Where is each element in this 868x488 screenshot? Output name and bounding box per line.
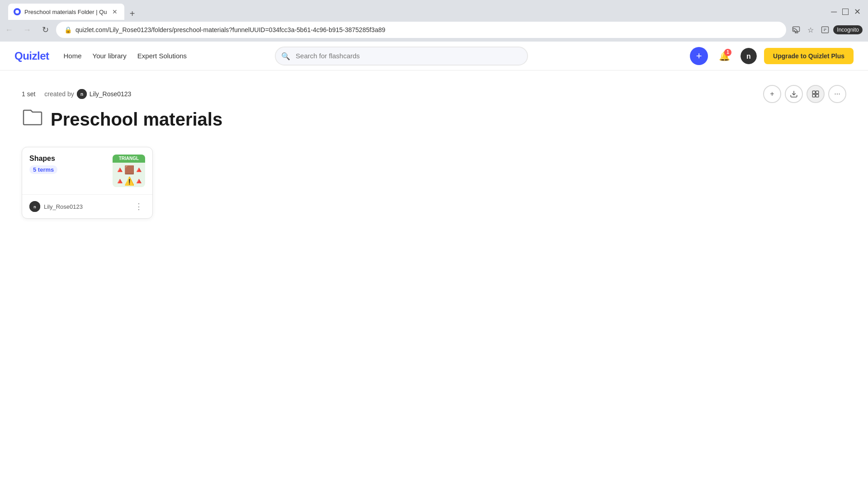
svg-text:n: n	[746, 52, 751, 60]
bookmark-icon[interactable]: ☆	[804, 23, 817, 36]
navbar-right: + 🔔 1 n Upgrade to Quizlet Plus	[690, 47, 854, 65]
app: Quizlet Home Your library Expert Solutio…	[0, 42, 868, 233]
nav-library[interactable]: Your library	[93, 52, 127, 60]
search-input[interactable]	[275, 47, 528, 66]
folder-title-row: Preschool materials	[22, 107, 846, 132]
close-window-button[interactable]: ✕	[854, 7, 861, 17]
refresh-button[interactable]: ↻	[38, 23, 52, 37]
forward-button[interactable]: →	[20, 23, 34, 37]
notifications-button[interactable]: 🔔 1	[715, 47, 733, 65]
tab-favicon	[14, 8, 21, 15]
add-set-button[interactable]: +	[763, 85, 781, 103]
created-by-label: created by	[44, 90, 74, 98]
folder-icon	[22, 107, 43, 132]
upgrade-button[interactable]: Upgrade to Quizlet Plus	[764, 48, 854, 64]
created-by: created by n Lily_Rose0123	[44, 89, 131, 99]
tab-title: Preschool materials Folder | Qu	[24, 9, 107, 15]
navbar: Quizlet Home Your library Expert Solutio…	[0, 42, 868, 70]
set-card-body: Shapes 5 terms TRIANGL 🔺🟫🔺🔺⚠️🔺🔺🔺🔺	[22, 147, 152, 194]
tab-bar: Preschool materials Folder | Qu ✕ + ─ ✕	[0, 0, 868, 20]
incognito-badge[interactable]: Incognito	[833, 25, 863, 34]
nav-home[interactable]: Home	[64, 52, 82, 60]
address-bar[interactable]: 🔒 quizlet.com/Lily_Rose0123/folders/pres…	[56, 22, 786, 38]
svg-rect-8	[812, 91, 815, 94]
folder-actions: + ···	[763, 85, 846, 103]
svg-text:n: n	[80, 92, 83, 97]
creator-avatar: n	[77, 89, 87, 99]
tab-close-button[interactable]: ✕	[111, 8, 119, 16]
browser-chrome: Preschool materials Folder | Qu ✕ + ─ ✕ …	[0, 0, 868, 42]
set-thumbnail: TRIANGL 🔺🟫🔺🔺⚠️🔺🔺🔺🔺	[113, 155, 145, 187]
lock-icon: 🔒	[64, 26, 72, 33]
notification-badge: 1	[724, 49, 731, 56]
sets-grid: Shapes 5 terms TRIANGL 🔺🟫🔺🔺⚠️🔺🔺🔺🔺 n	[22, 147, 846, 219]
back-button[interactable]: ←	[2, 23, 16, 37]
maximize-button[interactable]	[842, 9, 849, 15]
svg-rect-11	[816, 94, 819, 97]
logo[interactable]: Quizlet	[14, 50, 49, 62]
main-content: 1 set created by n Lily_Rose0123 + ···	[0, 70, 868, 233]
screen-cast-icon[interactable]	[790, 23, 802, 36]
svg-rect-2	[822, 27, 829, 33]
move-button[interactable]	[807, 85, 825, 103]
set-creator-name: Lily_Rose0123	[44, 203, 129, 210]
nav-links: Home Your library Expert Solutions	[64, 52, 187, 60]
new-tab-button[interactable]: +	[126, 7, 139, 20]
active-tab[interactable]: Preschool materials Folder | Qu ✕	[8, 4, 124, 20]
set-terms: 5 terms	[29, 165, 57, 174]
search-bar: 🔍	[275, 47, 528, 66]
search-icon: 🔍	[281, 52, 290, 60]
more-options-button[interactable]: ···	[828, 85, 846, 103]
set-creator-avatar: n	[29, 201, 40, 212]
svg-point-0	[15, 10, 19, 14]
set-name: Shapes	[29, 155, 107, 163]
folder-title: Preschool materials	[51, 109, 222, 130]
tab-list: Preschool materials Folder | Qu ✕ +	[5, 4, 831, 20]
set-info: Shapes 5 terms	[29, 155, 107, 187]
creator-name: Lily_Rose0123	[90, 90, 132, 98]
set-count: 1 set	[22, 90, 35, 98]
export-button[interactable]	[785, 85, 803, 103]
url-text: quizlet.com/Lily_Rose0123/folders/presch…	[75, 26, 778, 33]
nav-expert[interactable]: Expert Solutions	[137, 52, 187, 60]
set-card[interactable]: Shapes 5 terms TRIANGL 🔺🟫🔺🔺⚠️🔺🔺🔺🔺 n	[22, 147, 153, 219]
user-avatar[interactable]: n	[741, 48, 757, 64]
set-more-button[interactable]: ⋮	[132, 200, 145, 213]
folder-meta: 1 set created by n Lily_Rose0123 + ···	[22, 85, 846, 103]
minimize-button[interactable]: ─	[831, 7, 837, 17]
address-bar-row: ← → ↻ 🔒 quizlet.com/Lily_Rose0123/folder…	[0, 20, 868, 42]
profile-icon[interactable]	[819, 23, 831, 36]
svg-rect-10	[812, 94, 815, 97]
set-card-footer: n Lily_Rose0123 ⋮	[22, 194, 152, 218]
svg-text:n: n	[33, 205, 36, 209]
svg-rect-9	[816, 91, 819, 94]
browser-action-icons: ☆ Incognito	[790, 23, 863, 36]
add-button[interactable]: +	[690, 47, 708, 65]
